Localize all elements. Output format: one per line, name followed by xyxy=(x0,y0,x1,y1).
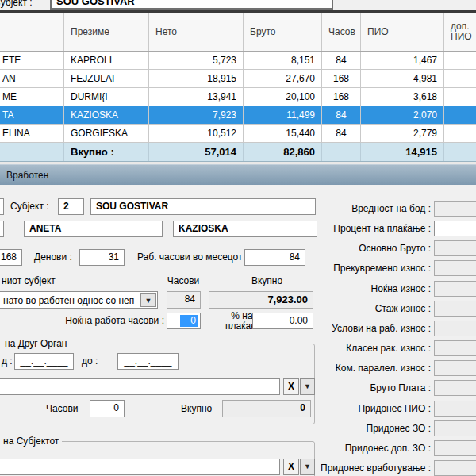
table-cell-surname: KAZIOSKA xyxy=(64,106,149,124)
days-label: Денови : xyxy=(34,249,72,266)
table-cell-hours: 84 xyxy=(322,52,361,69)
right-panel-field xyxy=(434,201,476,217)
table-cell-neto: 5,723 xyxy=(149,52,244,69)
right-panel-field xyxy=(434,321,476,336)
text-caret xyxy=(198,315,198,327)
right-panel-label: Стаж износ : xyxy=(304,301,431,317)
right-panel-label: Ком. паралел. износ : xyxy=(304,360,431,376)
date-to-field[interactable]: __.__.____ xyxy=(117,353,178,370)
right-panel-label: Придонес доп. ЗО : xyxy=(304,440,431,456)
right-panel-label: Придонес вработување : xyxy=(304,460,431,476)
table-cell-firstname: AN xyxy=(0,70,64,87)
right-panel-field xyxy=(434,301,476,317)
table-cell-firstname: TA xyxy=(0,106,64,124)
night-hours-selected-text: 0 xyxy=(180,315,198,327)
other-org-hours-label: Часови xyxy=(46,401,79,417)
employment-hours-field: 84 xyxy=(167,291,201,309)
subject-combo[interactable] xyxy=(0,459,280,475)
top-strip: Субјект : SOU GOSTIVAR xyxy=(0,0,476,10)
table-cell-dop_pio xyxy=(444,106,476,124)
table-cell-pio: 2,779 xyxy=(361,125,444,142)
other-org-clear-button[interactable]: X xyxy=(283,378,299,395)
column-header-bruto[interactable]: Бруто xyxy=(244,13,322,51)
table-cell-hours xyxy=(322,143,361,161)
column-header-surname[interactable]: Презиме xyxy=(64,13,149,51)
column-header-firstname[interactable] xyxy=(0,13,64,51)
right-panel-field xyxy=(434,401,476,416)
subject-clear-button[interactable]: X xyxy=(283,459,299,475)
table-cell-neto: 7,923 xyxy=(149,106,244,124)
right-panel-field[interactable] xyxy=(434,221,476,236)
table-cell-surname: Вкупно : xyxy=(64,143,149,161)
right-panel-field xyxy=(434,340,476,356)
subject-code-field[interactable]: 2 xyxy=(58,198,84,215)
cut-field-fragment-2 xyxy=(0,221,4,237)
table-cell-firstname: ELINA xyxy=(0,125,64,142)
right-panel-label: Ноќна износ : xyxy=(304,281,431,297)
right-panel-label: Придонес ЗО : xyxy=(304,420,431,436)
right-panel-field xyxy=(434,380,476,396)
table-row[interactable]: ETEKAPROLI5,7238,151841,467 xyxy=(0,52,476,70)
table-row[interactable]: ANFEJZULAI18,91527,6701684,981 xyxy=(0,70,476,88)
employment-total-field: 7,923.00 xyxy=(209,291,313,309)
hours-168-field[interactable]: 168 xyxy=(0,249,22,266)
employment-combo-text: нато во работен однос со неп xyxy=(3,293,134,309)
month-hours-field[interactable]: 84 xyxy=(244,249,305,266)
days-field[interactable]: 31 xyxy=(79,249,125,266)
table-cell-pio: 4,981 xyxy=(361,70,444,87)
tab-bar: Вработен xyxy=(0,164,476,185)
table-row[interactable]: ELINAGORGIESKA10,51215,440842,779 xyxy=(0,125,476,143)
right-panel-field xyxy=(434,460,476,476)
table-cell-hours: 168 xyxy=(322,88,361,106)
other-org-total-field: 0 xyxy=(222,400,311,417)
group-fragment-label: ниот субјект xyxy=(2,273,56,290)
column-header-hours[interactable]: Часов xyxy=(322,13,361,51)
other-org-hours-input[interactable]: 0 xyxy=(90,400,125,417)
right-panel-field xyxy=(434,240,476,256)
right-panel-label: Процент на плаќање : xyxy=(304,221,431,236)
first-name-field[interactable]: ANETA xyxy=(24,221,163,237)
tab-employee[interactable]: Вработен xyxy=(0,165,60,185)
table-cell-dop_pio xyxy=(444,88,476,106)
table-cell-bruto: 11,499 xyxy=(244,106,322,124)
table-cell-firstname xyxy=(0,143,64,161)
date-to-label: до : xyxy=(82,353,98,370)
right-panel-label: Вредност на бод : xyxy=(304,201,431,217)
employment-combo-arrow-icon[interactable]: ▼ xyxy=(140,293,156,307)
table-row[interactable]: TAKAZIOSKA7,92311,499842,070 xyxy=(0,106,476,125)
table-cell-neto: 18,915 xyxy=(149,70,244,87)
right-panel-field xyxy=(434,360,476,376)
table-cell-surname: KAPROLI xyxy=(64,52,149,69)
top-subject-field[interactable]: SOU GOSTIVAR xyxy=(50,0,333,10)
date-from-field[interactable]: __.__.____ xyxy=(14,353,74,370)
night-hours-input[interactable]: 0 xyxy=(167,313,201,329)
table-cell-neto: 13,941 xyxy=(149,88,244,106)
column-header-pio[interactable]: ПИО xyxy=(361,13,444,51)
table-row[interactable]: MEDURMI{I13,94120,1001683,618 xyxy=(0,88,476,106)
subject-label: Субјект : xyxy=(10,198,49,215)
table-cell-dop_pio xyxy=(444,125,476,142)
employment-combo[interactable]: нато во работен однос со неп ▼ xyxy=(0,291,158,309)
table-cell-bruto: 20,100 xyxy=(244,88,322,106)
column-header-neto[interactable]: Нето xyxy=(149,13,244,51)
right-panel-label: Основно Бруто : xyxy=(304,240,431,256)
cut-field-fragment-1 xyxy=(0,198,4,215)
employee-table: ПрезимеНетоБрутоЧасовПИОдоп. ПИОETEKAPRO… xyxy=(0,13,476,162)
table-cell-surname: FEJZULAI xyxy=(64,70,149,87)
table-cell-dop_pio xyxy=(444,143,476,161)
column-header-dop_pio[interactable]: доп. ПИО xyxy=(444,13,476,51)
table-cell-bruto: 15,440 xyxy=(244,125,322,142)
table-cell-firstname: ETE xyxy=(0,52,64,69)
table-cell-surname: DURMI{I xyxy=(64,88,149,106)
table-cell-firstname: ME xyxy=(0,88,64,106)
last-name-field[interactable]: KAZIOSKA xyxy=(173,221,317,237)
other-org-combo[interactable] xyxy=(0,378,280,395)
table-cell-bruto: 8,151 xyxy=(244,52,322,69)
right-panel-label: Прекувремено износ : xyxy=(304,260,431,276)
table-cell-hours: 84 xyxy=(322,125,361,142)
table-cell-bruto: 82,860 xyxy=(244,143,322,161)
subject-name-field[interactable]: SOU GOSTIVAR xyxy=(90,198,316,215)
right-panel-field xyxy=(434,420,476,436)
table-cell-dop_pio xyxy=(444,52,476,69)
right-panel-label: Услови на раб. износ : xyxy=(304,321,431,336)
